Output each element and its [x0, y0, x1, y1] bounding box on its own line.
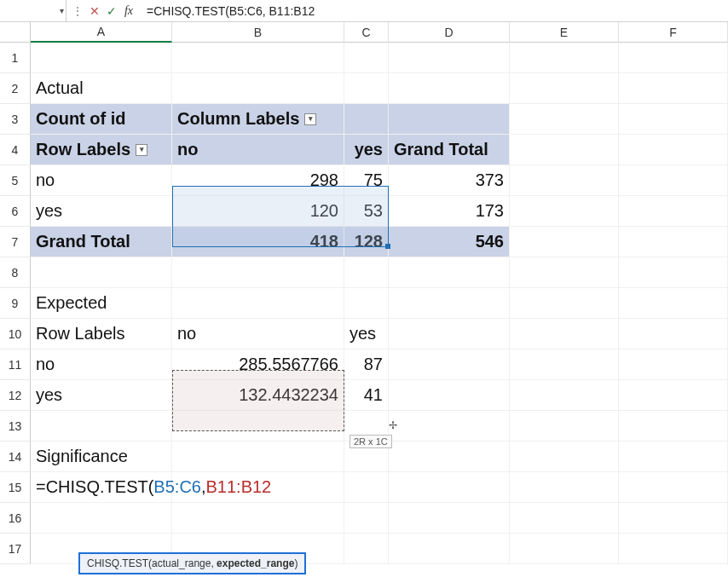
chevron-down-icon[interactable]: ▾ — [304, 113, 316, 125]
cell[interactable] — [619, 257, 728, 288]
fx-icon[interactable]: fx — [121, 3, 136, 19]
cell[interactable] — [619, 196, 728, 227]
fill-handle-icon[interactable]: ✢ — [389, 419, 399, 430]
row-header[interactable]: 4 — [0, 135, 31, 165]
inplace-formula[interactable]: =CHISQ.TEST(B5:C6, B11:B12 — [36, 477, 271, 497]
cell[interactable]: 132.4432234 — [172, 380, 344, 411]
name-box[interactable]: ▾ — [0, 0, 66, 21]
cell[interactable] — [172, 257, 344, 288]
cell[interactable] — [510, 135, 619, 165]
col-header-C[interactable]: C — [344, 22, 389, 43]
cell[interactable] — [510, 73, 619, 104]
cell[interactable] — [172, 43, 344, 73]
cell[interactable] — [389, 257, 510, 288]
cell[interactable] — [619, 349, 728, 380]
pivot-col-no[interactable]: no — [172, 135, 344, 165]
cell[interactable] — [31, 503, 172, 534]
cell[interactable] — [619, 472, 728, 503]
cell[interactable] — [172, 288, 344, 319]
row-header[interactable]: 8 — [0, 257, 31, 288]
function-tooltip[interactable]: CHISQ.TEST(actual_range, expected_range) — [78, 552, 306, 574]
select-all-corner[interactable] — [0, 22, 31, 43]
row-header[interactable]: 2 — [0, 73, 31, 104]
pivot-grand-total-col[interactable]: Grand Total — [389, 135, 510, 165]
pivot-count-of-id[interactable]: Count of id — [31, 104, 172, 135]
row-header[interactable]: 3 — [0, 104, 31, 135]
cell[interactable]: 75 — [344, 165, 389, 196]
cell[interactable]: 53 — [344, 196, 389, 227]
formula-bar-text[interactable]: =CHISQ.TEST(B5:C6, B11:B12 — [140, 4, 728, 18]
confirm-icon[interactable]: ✓ — [104, 3, 119, 19]
cell[interactable] — [510, 380, 619, 411]
cell[interactable] — [172, 442, 344, 472]
cell[interactable] — [344, 73, 389, 104]
row-header[interactable]: 12 — [0, 380, 31, 411]
cell[interactable] — [619, 135, 728, 165]
cell[interactable]: 285.5567766 — [172, 349, 344, 380]
cell[interactable] — [510, 472, 619, 503]
cell[interactable]: 298 — [172, 165, 344, 196]
expected-row-labels[interactable]: Row Labels — [31, 319, 172, 349]
row-header[interactable]: 14 — [0, 442, 31, 472]
cell[interactable] — [172, 411, 344, 442]
expected-row-yes[interactable]: yes — [31, 380, 172, 411]
row-header[interactable]: 17 — [0, 534, 31, 564]
cell[interactable]: 87 — [344, 349, 389, 380]
cell[interactable] — [344, 534, 389, 564]
cell[interactable] — [31, 43, 172, 73]
cell[interactable] — [389, 380, 510, 411]
col-header-D[interactable]: D — [389, 22, 510, 43]
pivot-row-labels[interactable]: Row Labels ▾ — [31, 135, 172, 165]
row-header[interactable]: 15 — [0, 472, 31, 503]
cell[interactable] — [389, 349, 510, 380]
pivot-grand-total-row[interactable]: Grand Total — [31, 227, 172, 257]
cancel-icon[interactable]: ✕ — [87, 3, 102, 19]
pivot-column-labels[interactable]: Column Labels ▾ — [172, 104, 344, 135]
cell[interactable] — [389, 319, 510, 349]
cell[interactable] — [510, 165, 619, 196]
cell[interactable] — [31, 257, 172, 288]
cell[interactable] — [389, 534, 510, 564]
row-header[interactable]: 6 — [0, 196, 31, 227]
cell[interactable] — [619, 411, 728, 442]
cell[interactable] — [619, 73, 728, 104]
cell[interactable] — [510, 104, 619, 135]
cell[interactable] — [344, 503, 389, 534]
cell[interactable] — [619, 104, 728, 135]
cell[interactable] — [510, 288, 619, 319]
cell[interactable] — [344, 472, 389, 503]
row-header[interactable]: 11 — [0, 349, 31, 380]
cell[interactable] — [389, 411, 510, 442]
cell[interactable]: 418 — [172, 227, 344, 257]
cell[interactable] — [619, 288, 728, 319]
row-header[interactable]: 16 — [0, 503, 31, 534]
cell[interactable]: Significance — [31, 442, 172, 472]
cell[interactable] — [510, 534, 619, 564]
pivot-row-yes[interactable]: yes — [31, 196, 172, 227]
cell[interactable] — [172, 503, 344, 534]
cell[interactable] — [389, 288, 510, 319]
cell[interactable] — [389, 503, 510, 534]
cell[interactable] — [510, 503, 619, 534]
row-header[interactable]: 1 — [0, 43, 31, 73]
cell[interactable]: 41 — [344, 380, 389, 411]
chevron-down-icon[interactable]: ▾ — [60, 6, 64, 15]
cell[interactable] — [619, 380, 728, 411]
cell[interactable] — [510, 349, 619, 380]
cell[interactable] — [510, 411, 619, 442]
cell[interactable] — [619, 43, 728, 73]
col-header-B[interactable]: B — [172, 22, 344, 43]
col-header-A[interactable]: A — [31, 22, 172, 43]
cell[interactable] — [619, 503, 728, 534]
cell[interactable] — [344, 288, 389, 319]
cell[interactable] — [510, 319, 619, 349]
active-cell[interactable]: =CHISQ.TEST(B5:C6, B11:B12 — [31, 472, 172, 503]
cell[interactable] — [172, 73, 344, 104]
cell[interactable] — [389, 442, 510, 472]
cell[interactable] — [344, 257, 389, 288]
pivot-col-yes[interactable]: yes — [344, 135, 389, 165]
cell[interactable] — [389, 73, 510, 104]
cell[interactable] — [510, 196, 619, 227]
cell[interactable] — [389, 472, 510, 503]
cell[interactable]: Actual — [31, 73, 172, 104]
